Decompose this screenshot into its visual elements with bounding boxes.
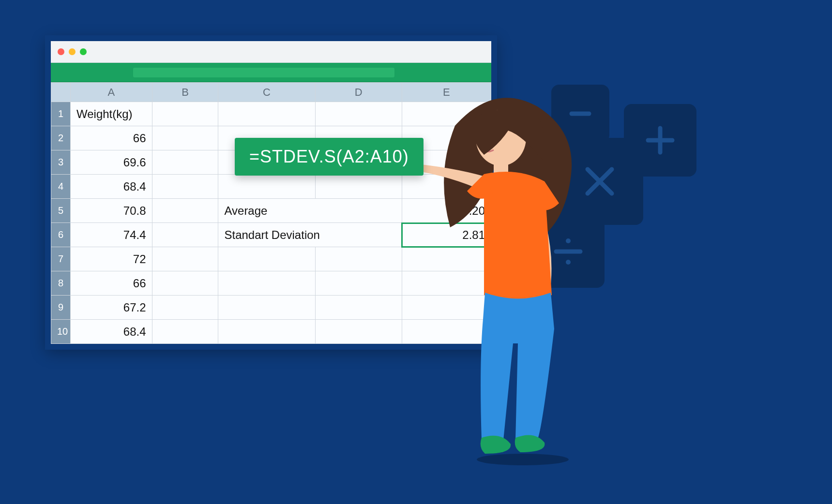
- cell-A5[interactable]: 70.8: [71, 199, 152, 223]
- corner-cell[interactable]: [51, 83, 71, 102]
- cell-B10[interactable]: [152, 320, 218, 344]
- cell-D7[interactable]: [315, 247, 402, 271]
- cell-A8[interactable]: 66: [71, 271, 152, 296]
- cell-B5[interactable]: [152, 199, 218, 223]
- cell-A9[interactable]: 67.2: [71, 296, 152, 320]
- cell-B1[interactable]: [152, 102, 218, 126]
- col-header-D[interactable]: D: [315, 83, 402, 102]
- cell-B7[interactable]: [152, 247, 218, 271]
- row-header-1[interactable]: 1: [51, 102, 71, 126]
- cell-C6[interactable]: Standart Deviation: [218, 223, 402, 247]
- cell-B4[interactable]: [152, 175, 218, 199]
- row-header-8[interactable]: 8: [51, 271, 71, 296]
- col-header-B[interactable]: B: [152, 83, 218, 102]
- close-icon[interactable]: [58, 48, 64, 55]
- cell-D8[interactable]: [315, 271, 402, 296]
- cell-A2[interactable]: 66: [71, 126, 152, 150]
- cell-A3[interactable]: 69.6: [71, 150, 152, 175]
- cell-B2[interactable]: [152, 126, 218, 150]
- cell-A1[interactable]: Weight(kg): [71, 102, 152, 126]
- col-header-A[interactable]: A: [71, 83, 152, 102]
- cell-A7[interactable]: 72: [71, 247, 152, 271]
- cell-D1[interactable]: [315, 102, 402, 126]
- cell-A4[interactable]: 68.4: [71, 175, 152, 199]
- cell-C4[interactable]: [218, 175, 315, 199]
- row-header-9[interactable]: 9: [51, 296, 71, 320]
- spreadsheet-toolbar: [51, 63, 491, 82]
- cell-A10[interactable]: 68.4: [71, 320, 152, 344]
- col-header-C[interactable]: C: [218, 83, 315, 102]
- row-header-4[interactable]: 4: [51, 175, 71, 199]
- cell-C9[interactable]: [218, 296, 315, 320]
- cell-C10[interactable]: [218, 320, 315, 344]
- svg-point-13: [477, 454, 569, 465]
- row-header-2[interactable]: 2: [51, 126, 71, 150]
- maximize-icon[interactable]: [80, 48, 87, 55]
- row-header-5[interactable]: 5: [51, 199, 71, 223]
- cell-C5[interactable]: Average: [218, 199, 402, 223]
- cell-C1[interactable]: [218, 102, 315, 126]
- cell-A6[interactable]: 74.4: [71, 223, 152, 247]
- formula-display: =STDEV.S(A2:A10): [235, 138, 424, 176]
- cell-B8[interactable]: [152, 271, 218, 296]
- cell-C7[interactable]: [218, 247, 315, 271]
- row-header-10[interactable]: 10: [51, 320, 71, 344]
- cell-B3[interactable]: [152, 150, 218, 175]
- cell-D9[interactable]: [315, 296, 402, 320]
- cell-C8[interactable]: [218, 271, 315, 296]
- person-illustration: [421, 92, 605, 469]
- window-titlebar: [51, 41, 491, 63]
- row-header-6[interactable]: 6: [51, 223, 71, 247]
- row-header-3[interactable]: 3: [51, 150, 71, 175]
- cell-D4[interactable]: [315, 175, 402, 199]
- row-header-7[interactable]: 7: [51, 247, 71, 271]
- cell-B9[interactable]: [152, 296, 218, 320]
- cell-D10[interactable]: [315, 320, 402, 344]
- cell-B6[interactable]: [152, 223, 218, 247]
- minimize-icon[interactable]: [69, 48, 76, 55]
